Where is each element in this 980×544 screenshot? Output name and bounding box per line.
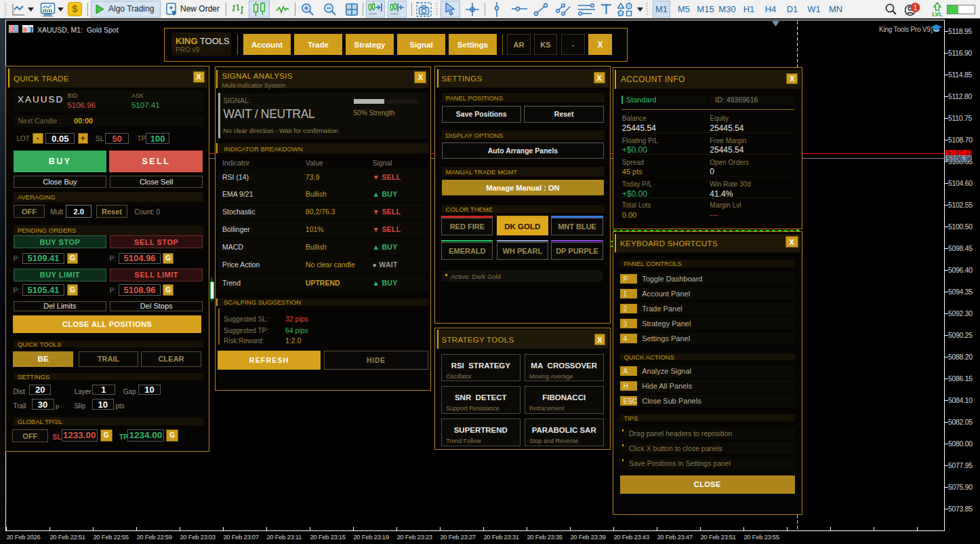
- svg-text:1: 1: [914, 4, 918, 12]
- svg-text:LVL: LVL: [932, 11, 942, 17]
